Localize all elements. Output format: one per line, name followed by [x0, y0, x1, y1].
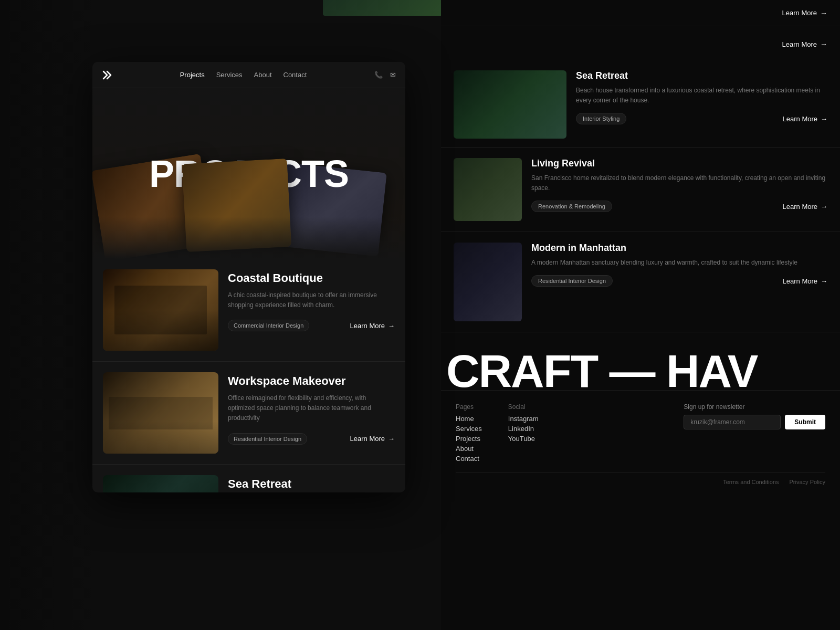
top-strip-row-2: Learn More → [441, 26, 840, 62]
terms-link[interactable]: Terms and Conditions [723, 479, 779, 485]
sea-retreat-right-image-container: Sea Retreat Beach house transformed into… [441, 62, 840, 148]
sea-retreat-left-thumb[interactable] [103, 475, 218, 492]
footer-social-col: Social Instagram LinkedIn YouTube [508, 403, 539, 443]
living-revival-desc: San Francisco home revitalized to blend … [531, 173, 827, 193]
left-vignette [0, 0, 94, 630]
phone-icon[interactable]: 📞 [374, 71, 383, 79]
newsletter-label: Sign up for newsletter [684, 403, 825, 411]
living-revival-title: Living Revival [531, 158, 827, 169]
window-navbar: Projects Services About Contact 📞 ✉ [92, 62, 405, 88]
footer-link-projects[interactable]: Projects [456, 435, 482, 443]
manhattan-title: Modern in Manhattan [531, 243, 827, 254]
arrow: → [821, 277, 827, 285]
footer-legal-row: Terms and Conditions Privacy Policy [456, 472, 825, 485]
footer-columns: Pages Home Services Projects About Conta… [456, 403, 825, 463]
workspace-info: Workspace Makeover Office reimagined for… [228, 372, 395, 445]
sea-retreat-thumb [454, 70, 566, 139]
footer-pages-label: Pages [456, 403, 482, 411]
footer-link-home[interactable]: Home [456, 415, 482, 423]
living-revival-item: Living Revival San Francisco home revita… [441, 148, 840, 232]
nav-icons-group: 📞 ✉ [374, 71, 396, 79]
hero-area: PROJECTS [92, 88, 405, 259]
arrow: → [821, 203, 827, 211]
privacy-link[interactable]: Privacy Policy [790, 479, 825, 485]
coastal-boutique-learn-more[interactable]: Learn More → [350, 322, 395, 330]
nav-about[interactable]: About [254, 71, 272, 79]
nav-links: Projects Services About Contact [180, 71, 307, 79]
sea-retreat-info: Sea Retreat Beach house transformed into… [576, 70, 827, 124]
nav-logo [102, 70, 112, 80]
newsletter-submit-button[interactable]: Submit [785, 415, 825, 429]
coastal-boutique-title: Coastal Boutique [228, 271, 395, 285]
sea-retreat-left-title: Sea Retreat [228, 477, 395, 491]
footer-link-services[interactable]: Services [456, 425, 482, 433]
arrow-icon-2: → [820, 40, 827, 48]
nav-contact[interactable]: Contact [284, 71, 307, 79]
footer-link-about[interactable]: About [456, 445, 482, 453]
arrow: → [388, 435, 395, 443]
footer-link-linkedin[interactable]: LinkedIn [508, 425, 539, 433]
coastal-boutique-info: Coastal Boutique A chic coastal-inspired… [228, 269, 395, 331]
nav-services[interactable]: Services [216, 71, 243, 79]
right-panel: Sea Retreat Beach house transformed into… [441, 62, 840, 630]
workspace-item: Workspace Makeover Office reimagined for… [92, 362, 405, 465]
workspace-learn-more[interactable]: Learn More → [350, 435, 395, 443]
window-frame: Projects Services About Contact 📞 ✉ PROJ… [92, 62, 405, 492]
workspace-title: Workspace Makeover [228, 374, 395, 388]
workspace-thumb[interactable] [103, 372, 218, 454]
footer-link-instagram[interactable]: Instagram [508, 415, 539, 423]
sea-retreat-left-item: Sea Retreat Beach house transformed into… [92, 465, 405, 492]
top-strip-row-1: Learn More → [441, 0, 840, 26]
living-revival-footer: Renovation & Remodeling Learn More → [531, 201, 827, 212]
newsletter-input[interactable] [684, 415, 781, 429]
workspace-footer: Residential Interior Design Learn More → [228, 433, 395, 445]
manhattan-footer: Residential Interior Design Learn More → [531, 275, 827, 287]
marquee-section: CRAFT — HAV [441, 332, 840, 390]
arrow-icon: → [820, 9, 827, 17]
living-revival-learn-more[interactable]: Learn More → [783, 203, 827, 211]
newsletter-form: Submit [684, 415, 825, 429]
footer-pages-col: Pages Home Services Projects About Conta… [456, 403, 482, 463]
footer-social-label: Social [508, 403, 539, 411]
manhattan-item: Modern in Manhattan A modern Manhattan s… [441, 232, 840, 332]
arrow: → [821, 115, 827, 123]
coastal-boutique-thumb[interactable] [103, 269, 218, 351]
footer-link-contact[interactable]: Contact [456, 455, 482, 463]
footer: Pages Home Services Projects About Conta… [441, 390, 840, 494]
arrow: → [388, 322, 395, 330]
marquee-text: CRAFT — HAV [441, 348, 840, 390]
sea-retreat-footer: Interior Styling Learn More → [576, 113, 827, 124]
sea-retreat-title: Sea Retreat [576, 70, 827, 81]
coastal-boutique-desc: A chic coastal-inspired boutique to offe… [228, 290, 395, 310]
sea-retreat-tag: Interior Styling [576, 113, 626, 124]
living-revival-thumb [454, 158, 522, 221]
manhattan-desc: A modern Manhattan sanctuary blending lu… [531, 258, 827, 268]
living-revival-tag: Renovation & Remodeling [531, 201, 612, 212]
living-revival-info: Living Revival San Francisco home revita… [531, 158, 827, 212]
manhattan-learn-more[interactable]: Learn More → [783, 277, 827, 285]
sea-retreat-learn-more[interactable]: Learn More → [783, 115, 827, 123]
top-image-strip [323, 0, 443, 16]
learn-more-link-top2[interactable]: Learn More → [782, 40, 827, 48]
left-project-list: Coastal Boutique A chic coastal-inspired… [92, 259, 405, 492]
coastal-boutique-tag: Commercial Interior Design [228, 320, 309, 331]
nav-projects[interactable]: Projects [180, 71, 205, 79]
manhattan-info: Modern in Manhattan A modern Manhattan s… [531, 243, 827, 287]
manhattan-thumb [454, 243, 522, 321]
coastal-boutique-item: Coastal Boutique A chic coastal-inspired… [92, 259, 405, 362]
coastal-boutique-footer: Commercial Interior Design Learn More → [228, 320, 395, 331]
sea-retreat-desc: Beach house transformed into a luxurious… [576, 86, 827, 106]
sea-retreat-left-info: Sea Retreat Beach house transformed into… [228, 475, 395, 492]
workspace-desc: Office reimagined for flexibility and ef… [228, 393, 395, 424]
workspace-tag: Residential Interior Design [228, 433, 307, 445]
top-right-panel: Learn More → Learn More → [441, 0, 840, 62]
footer-newsletter: Sign up for newsletter Submit [684, 403, 825, 429]
learn-more-link-top1[interactable]: Learn More → [782, 9, 827, 17]
manhattan-tag: Residential Interior Design [531, 275, 613, 287]
email-icon[interactable]: ✉ [390, 71, 396, 79]
footer-link-youtube[interactable]: YouTube [508, 435, 539, 443]
